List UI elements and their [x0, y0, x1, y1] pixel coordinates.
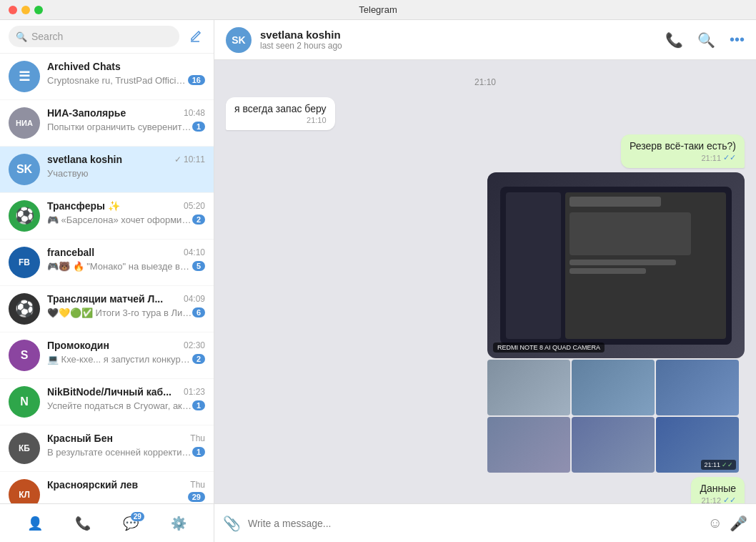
chat-info-franceball: franceball 04:10 🎮🐻 🔥 "Монако" на выезде… [47, 247, 205, 272]
search-chat-button[interactable]: 🔍 [697, 31, 715, 49]
chat-item-krasben[interactable]: КБ Красный Бен Thu В результате осенней … [0, 425, 214, 472]
badge-franceball: 5 [192, 261, 205, 271]
badge-krasben: 1 [192, 447, 205, 457]
message-input[interactable] [248, 518, 701, 529]
chat-time-promokod: 02:30 [184, 340, 205, 350]
read-checkmark-icon: ✓✓ [723, 153, 736, 162]
compose-button[interactable] [185, 26, 205, 46]
chat-item-svetlana[interactable]: SK svetlana koshin ✓ 10:11 Участвую [0, 147, 214, 193]
attach-button[interactable]: 📎 [223, 515, 241, 532]
settings-icon[interactable]: ⚙️ [171, 516, 186, 531]
avatar-transfers: ⚽ [9, 200, 40, 232]
badge-archived: 16 [188, 75, 205, 85]
input-bar: 📎 ☺ 🎤 [214, 503, 756, 542]
close-button[interactable] [9, 6, 17, 14]
chat-header: SK svetlana koshin last seen 2 hours ago… [214, 20, 756, 60]
thumb-2 [572, 360, 655, 415]
chats-icon[interactable]: 💬 29 [123, 516, 139, 531]
chat-info-promokod: Промокодин 02:30 💻 Кхе-кхе... я запустил… [47, 340, 205, 365]
header-avatar: SK [226, 27, 252, 53]
chat-time-kraslev: Thu [190, 480, 205, 490]
chat-preview-translyacii: 🖤💛🟢✅ Итоги 3-го тура в Лиге Европы и Лиг… [47, 307, 192, 318]
microphone-button[interactable]: 🎤 [730, 515, 747, 532]
titlebar: Telegram [0, 0, 756, 20]
chat-preview-promokod: 💻 Кхе-кхе... я запустил конкурс. Участво… [47, 354, 192, 365]
chat-info-archived: Archived Chats Cryptosnake ru, TrustPad … [47, 61, 205, 86]
thumb-5 [572, 417, 655, 473]
message-outgoing-image: REDMI NOTE 8 AI QUAD CAMERA 21:11 ✓✓ [487, 172, 745, 473]
profile-icon[interactable]: 👤 [27, 516, 43, 531]
chat-time-nia: 10:48 [184, 108, 205, 118]
header-info: svetlana koshin last seen 2 hours ago [260, 29, 657, 51]
thumb-6: 21:11 ✓✓ [656, 417, 739, 473]
avatar-krasben: КБ [9, 433, 40, 464]
voice-call-button[interactable]: 📞 [665, 31, 683, 49]
avatar-archived: ☰ [9, 61, 40, 92]
chat-name-promokod: Промокодин [47, 340, 109, 351]
avatar-svetlana: SK [9, 154, 40, 185]
chat-time-krasben: Thu [190, 433, 205, 443]
main-layout: 🔍 Search ☰ Archived Chats Crypt [0, 20, 756, 542]
chat-item-translyacii[interactable]: ⚽ Трансляции матчей Л... 04:09 🖤💛🟢✅ Итог… [0, 286, 214, 332]
search-icon: 🔍 [16, 31, 27, 42]
chat-info-transfers: Трансферы ✨ 05:20 🎮 «Барселона» хочет оф… [47, 200, 205, 225]
chat-item-nikbit[interactable]: N NikBitNode/Личный каб... 01:23 Успейте… [0, 379, 214, 425]
badge-translyacii: 6 [192, 307, 205, 317]
chat-time-translyacii: 04:09 [184, 294, 205, 304]
chat-preview-svetlana: Участвую [47, 168, 89, 179]
minimize-button[interactable] [21, 6, 30, 14]
chat-preview-nikbit: Успейте податься в Cryowar, активность з… [47, 400, 192, 411]
search-bar[interactable]: 🔍 Search [9, 26, 179, 47]
avatar-kraslev: КЛ [9, 479, 40, 503]
call-icon[interactable]: 📞 [75, 516, 91, 531]
chat-preview-nia: Попытки ограничить суверенитет России в … [47, 122, 192, 132]
chat-info-translyacii: Трансляции матчей Л... 04:09 🖤💛🟢✅ Итоги … [47, 293, 205, 318]
search-label: Search [31, 31, 63, 42]
chat-item-promokod[interactable]: S Промокодин 02:30 💻 Кхе-кхе... я запуст… [0, 332, 214, 379]
header-status: last seen 2 hours ago [260, 41, 657, 51]
chat-name-archived: Archived Chats [47, 61, 121, 72]
maximize-button[interactable] [34, 6, 43, 14]
chat-name-translyacii: Трансляции матчей Л... [47, 293, 163, 305]
chat-list: ☰ Archived Chats Cryptosnake ru, TrustPa… [0, 54, 214, 503]
chat-preview-transfers: 🎮 «Барселона» хочет оформить переход Рах… [47, 215, 192, 225]
chat-item-kraslev[interactable]: КЛ Красноярский лев Thu 29 [0, 472, 214, 503]
chat-time-franceball: 04:10 [184, 247, 205, 257]
traffic-lights [9, 6, 43, 14]
chat-item-transfers[interactable]: ⚽ Трансферы ✨ 05:20 🎮 «Барселона» хочет … [0, 193, 214, 240]
message-meta: 21:11 ✓✓ [630, 153, 736, 162]
message-outgoing-2: Данные 21:12 ✓✓ [691, 477, 745, 503]
message-text: я всегда запас беру [234, 103, 327, 114]
chat-name-krasben: Красный Бен [47, 433, 113, 444]
chat-time-transfers: 05:20 [184, 201, 205, 211]
avatar-franceball: FB [9, 247, 40, 278]
avatar-promokod: S [9, 340, 40, 371]
message-time-separator: 21:10 [226, 77, 745, 87]
header-name: svetlana koshin [260, 29, 657, 41]
sidebar-footer: 👤 📞 💬 29 ⚙️ [0, 503, 214, 542]
message-meta: 21:10 [234, 116, 327, 124]
chat-item-archived[interactable]: ☰ Archived Chats Cryptosnake ru, TrustPa… [0, 54, 214, 100]
more-options-button[interactable]: ••• [730, 31, 745, 49]
chat-area: SK svetlana koshin last seen 2 hours ago… [214, 20, 756, 542]
chat-name-svetlana: svetlana koshin [47, 154, 122, 165]
avatar-nia: НИА [9, 107, 40, 139]
message-outgoing-1: Резерв всё-таки есть?) 21:11 ✓✓ [621, 134, 745, 168]
chat-info-nikbit: NikBitNode/Личный каб... 01:23 Успейте п… [47, 386, 205, 411]
chat-time-nikbit: 01:23 [184, 387, 205, 397]
thumb-4 [487, 417, 570, 473]
chat-name-franceball: franceball [47, 247, 94, 258]
app-title: Telegram [359, 4, 397, 15]
message-bubble-out: Резерв всё-таки есть?) 21:11 ✓✓ [621, 134, 745, 168]
sidebar: 🔍 Search ☰ Archived Chats Crypt [0, 20, 214, 542]
badge-promokod: 2 [192, 354, 205, 364]
chat-time-svetlana: ✓ 10:11 [174, 154, 205, 164]
chat-name-nikbit: NikBitNode/Личный каб... [47, 386, 171, 398]
chat-name-transfers: Трансферы ✨ [47, 200, 120, 212]
chat-item-nia[interactable]: НИА НИА-Заполярье 10:48 Попытки ограничи… [0, 100, 214, 147]
emoji-button[interactable]: ☺ [708, 515, 722, 531]
chat-info-krasben: Красный Бен Thu В результате осенней кор… [47, 433, 205, 458]
message-bubble-out-2: Данные 21:12 ✓✓ [691, 477, 745, 503]
message-meta: 21:12 ✓✓ [700, 496, 736, 503]
chat-item-franceball[interactable]: FB franceball 04:10 🎮🐻 🔥 "Монако" на вые… [0, 240, 214, 286]
